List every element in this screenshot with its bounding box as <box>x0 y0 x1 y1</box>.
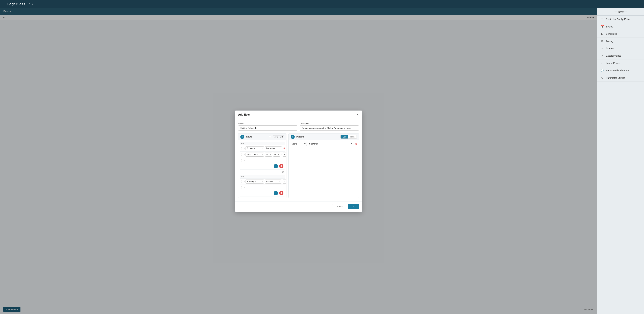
exclamation-btn-3[interactable]: ! <box>241 159 244 162</box>
operator-select[interactable]: > < >= <= <box>283 179 286 183</box>
sidebar-item-controller-config[interactable]: ☰ Controller Config Editor <box>597 15 644 23</box>
io-container: + Inputs 🕐 AND / OR AND <box>238 133 359 198</box>
schedules-icon: 🗓 <box>600 32 604 35</box>
grid-icon[interactable]: ⊞ <box>639 2 641 6</box>
import-project-icon: ↙ <box>600 61 604 65</box>
add-condition-btn-2[interactable]: + <box>274 191 278 195</box>
and-or-button[interactable]: AND / OR <box>273 135 284 138</box>
sidebar-item-schedules[interactable]: 🗓 Schedules <box>597 30 644 37</box>
and-label-1: AND <box>240 142 285 145</box>
inputs-header: + Inputs 🕐 AND / OR <box>238 134 286 140</box>
name-field-group: Name <box>238 122 297 131</box>
controller-config-icon: ☰ <box>600 17 604 21</box>
sidebar-item-scenes[interactable]: ≡ Scenes <box>597 45 644 52</box>
modal-footer: Cancel OK <box>235 201 362 212</box>
inputs-header-right: 🕐 AND / OR <box>268 135 284 139</box>
and-group-2: AND ! Sun-Angle Schedule Time / Clock <box>240 175 285 196</box>
name-label: Name <box>238 122 297 125</box>
condition-row-empty-1: ! <box>240 158 285 163</box>
output-value-select[interactable]: Snowman Winter Default <box>308 142 353 146</box>
zoning-icon: ⊞ <box>600 39 604 43</box>
delete-output-btn[interactable]: 🗑 <box>354 142 358 146</box>
parameter-utils-icon: ▽ <box>600 76 604 79</box>
description-label: Description <box>300 122 359 125</box>
name-description-row: Name Description <box>238 122 359 131</box>
sidebar-item-set-override[interactable]: 🕐 Set Override Timeouts <box>597 67 644 74</box>
delete-row-1[interactable]: 🗑 <box>283 147 286 150</box>
name-input[interactable] <box>238 126 297 131</box>
set-override-icon: 🕐 <box>600 69 604 72</box>
add-condition-btn-1[interactable]: + <box>274 164 278 168</box>
and-group-1: AND ! Schedule Time / Clock Sun-Angle <box>240 142 285 169</box>
sidebar-item-label-events: Events <box>606 25 613 28</box>
topbar: ☰ SageGlass ⌂ › ⊞ <box>0 0 644 8</box>
events-icon: 📅 <box>600 25 604 28</box>
sidebar-item-label-schedules: Schedules <box>606 32 617 35</box>
output-content: Scene Override Tint Snowman Winter Defau… <box>289 140 359 147</box>
to-hour-select[interactable]: 17 16 18 <box>283 153 286 157</box>
time-dash: - <box>281 153 282 156</box>
exclamation-btn-5[interactable]: ! <box>241 186 244 189</box>
exclamation-btn-2[interactable]: ! <box>241 153 244 156</box>
sidebar-item-parameter-utils[interactable]: ▽ Parameter Utilities <box>597 74 644 82</box>
sidebar-item-events[interactable]: 📅 Events <box>597 23 644 30</box>
row-actions-2: + 🗑 <box>240 190 285 196</box>
outputs-title: Outputs <box>296 136 304 138</box>
delete-group-btn-1[interactable]: 🗑 <box>279 164 284 168</box>
low-high-toggle: Low High <box>340 135 357 139</box>
add-event-modal: Add Event ✕ Name Description <box>235 111 362 212</box>
inputs-header-left: + Inputs <box>240 135 252 139</box>
content-area: Events Na Actions Add Event ✕ Name <box>0 8 597 314</box>
condition-row-time: ! Time / Clock Schedule Sun-Angle 08 09 … <box>240 152 285 158</box>
delete-group-btn-2[interactable]: 🗑 <box>279 191 284 195</box>
sidebar-item-import-project[interactable]: ↙ Import Project <box>597 59 644 67</box>
low-toggle-button[interactable]: Low <box>340 135 348 139</box>
add-output-button[interactable]: + <box>291 135 295 139</box>
output-type-select[interactable]: Scene Override Tint <box>290 142 307 146</box>
description-input[interactable] <box>300 126 359 131</box>
menu-icon[interactable]: ☰ <box>3 2 5 6</box>
outputs-header-left: + Outputs <box>291 135 304 139</box>
sidebar-item-label-import-project: Import Project <box>606 62 620 64</box>
modal-body: Name Description + <box>235 119 362 201</box>
add-input-button[interactable]: + <box>240 135 244 139</box>
property-select-altitude[interactable]: Altitude Azimuth <box>265 179 282 183</box>
sidebar-item-zoning[interactable]: ⊞ Zoning <box>597 37 644 45</box>
sidebar-item-label-set-override: Set Override Timeouts <box>606 69 629 72</box>
from-hour-select[interactable]: 08 09 10 <box>265 153 272 157</box>
tools-header: — Tools — <box>597 8 644 15</box>
sidebar-item-label-scenes: Scenes <box>606 47 614 50</box>
scenes-icon: ≡ <box>600 47 604 50</box>
output-row-1: Scene Override Tint Snowman Winter Defau… <box>290 142 358 146</box>
sidebar-item-export-project[interactable]: ↗ Export Project <box>597 52 644 59</box>
tools-sidebar: — Tools — ☰ Controller Config Editor 📅 E… <box>597 8 644 314</box>
sidebar-item-label-parameter-utils: Parameter Utilities <box>606 77 625 79</box>
modal-title: Add Event <box>238 113 252 116</box>
type-select-sunangle[interactable]: Sun-Angle Schedule Time / Clock <box>246 179 264 183</box>
from-min-select[interactable]: 00 15 30 45 <box>273 153 280 157</box>
condition-row-schedule: ! Schedule Time / Clock Sun-Angle Decemb… <box>240 145 285 152</box>
breadcrumb-arrow: › <box>32 3 33 5</box>
type-select-schedule[interactable]: Schedule Time / Clock Sun-Angle <box>246 146 264 150</box>
close-button[interactable]: ✕ <box>356 113 359 116</box>
exclamation-btn-1[interactable]: ! <box>241 147 244 150</box>
app-logo: SageGlass <box>8 2 25 6</box>
exclamation-btn-4[interactable]: ! <box>241 180 244 183</box>
sidebar-item-label-export-project: Export Project <box>606 54 621 57</box>
clock-icon-button[interactable]: 🕐 <box>268 135 272 139</box>
type-select-time[interactable]: Time / Clock Schedule Sun-Angle <box>246 153 264 157</box>
ok-button[interactable]: OK <box>348 204 359 209</box>
high-toggle-button[interactable]: High <box>348 135 356 139</box>
main-layout: Events Na Actions Add Event ✕ Name <box>0 0 644 314</box>
condition-row-empty-2: ! <box>240 185 285 190</box>
cancel-button[interactable]: Cancel <box>332 204 346 209</box>
and-label-2: AND <box>240 175 285 178</box>
description-field-group: Description <box>300 122 359 131</box>
condition-row-sunangle: ! Sun-Angle Schedule Time / Clock Altitu… <box>240 178 285 185</box>
home-icon[interactable]: ⌂ <box>29 2 30 5</box>
inputs-title: Inputs <box>246 136 252 138</box>
sidebar-item-label-controller-config: Controller Config Editor <box>606 18 630 21</box>
value-select-december[interactable]: December January February <box>265 146 282 150</box>
or-label: OR <box>238 171 286 173</box>
inputs-section: + Inputs 🕐 AND / OR AND <box>238 133 286 198</box>
